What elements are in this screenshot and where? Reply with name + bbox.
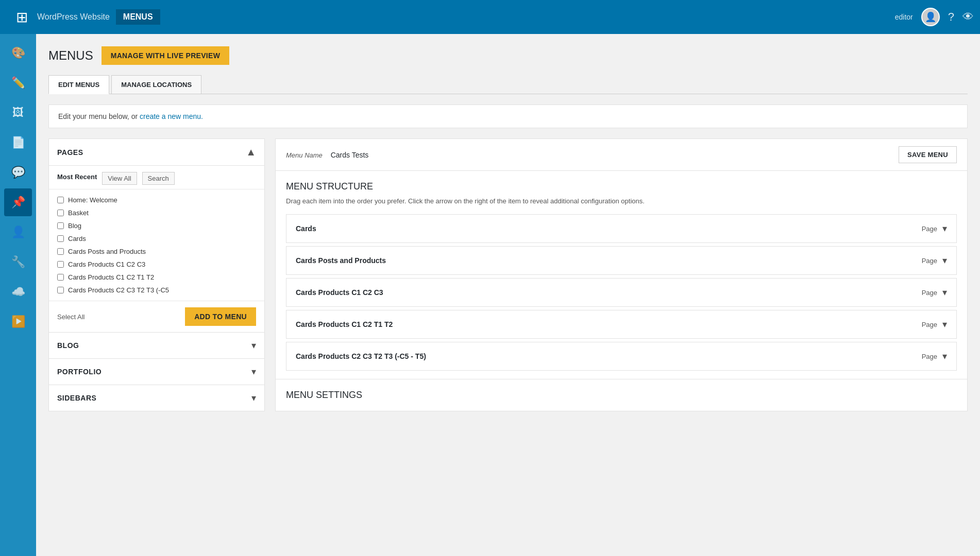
menu-item-label: Cards Products C1 C2 C3 xyxy=(296,288,383,297)
menu-item-label: Cards Posts and Products xyxy=(296,256,386,265)
content-columns: PAGES ▲ Most Recent View All Search Home… xyxy=(48,138,968,411)
sidebar-item-palette[interactable]: 🎨 xyxy=(4,39,32,67)
checkbox-home[interactable] xyxy=(57,197,64,203)
chevron-down-icon[interactable]: ▾ xyxy=(942,255,947,266)
select-all-link[interactable]: Select All xyxy=(57,313,85,321)
menu-structure-title: MENU STRUCTURE xyxy=(286,181,957,192)
menu-item-type: Page xyxy=(922,289,937,297)
tabs-bar: EDIT MENUS MANAGE LOCATIONS xyxy=(48,75,968,94)
portfolio-accordion-header[interactable]: PORTFOLIO ▾ xyxy=(49,359,264,385)
menu-settings-section: MENU SETTINGS xyxy=(276,379,967,411)
tab-manage-locations[interactable]: MANAGE LOCATIONS xyxy=(111,75,201,94)
menu-item-type: Page xyxy=(922,353,937,360)
main-content: MENUS MANAGE WITH LIVE PREVIEW EDIT MENU… xyxy=(36,34,980,556)
checkbox-blog[interactable] xyxy=(57,222,64,229)
blog-accordion: BLOG ▾ xyxy=(49,332,264,358)
menu-item[interactable]: Cards Posts and Products Page ▾ xyxy=(286,246,957,275)
checkbox-cards-c1c2c3[interactable] xyxy=(57,261,64,268)
page-header: MENUS MANAGE WITH LIVE PREVIEW xyxy=(48,46,968,65)
list-item[interactable]: Home: Welcome xyxy=(49,194,264,206)
page-title: MENUS xyxy=(48,48,93,63)
menu-item[interactable]: Cards Page ▾ xyxy=(286,214,957,243)
sidebar-item-cloud[interactable]: ☁️ xyxy=(4,278,32,306)
blog-accordion-header[interactable]: BLOG ▾ xyxy=(49,333,264,358)
menu-structure-section: MENU STRUCTURE Drag each item into the o… xyxy=(276,171,967,379)
live-preview-button[interactable]: MANAGE WITH LIVE PREVIEW xyxy=(102,46,230,65)
sidebar-item-pages[interactable]: 📄 xyxy=(4,129,32,157)
menu-item[interactable]: Cards Products C1 C2 T1 T2 Page ▾ xyxy=(286,310,957,339)
blog-title: BLOG xyxy=(57,341,79,350)
chevron-down-icon[interactable]: ▾ xyxy=(942,287,947,298)
tab-search[interactable]: Search xyxy=(142,172,175,185)
checkbox-cards[interactable] xyxy=(57,235,64,242)
preview-icon[interactable]: 👁 xyxy=(962,10,974,24)
blog-toggle-icon: ▾ xyxy=(251,340,256,351)
menu-item-type: Page xyxy=(922,321,937,328)
list-item[interactable]: Cards Products C1 C2 C3 xyxy=(49,258,264,271)
create-new-menu-link[interactable]: create a new menu. xyxy=(140,112,203,120)
chevron-down-icon[interactable]: ▾ xyxy=(942,319,947,330)
menu-name-value: Cards Tests xyxy=(331,151,369,159)
help-icon[interactable]: ? xyxy=(948,10,954,24)
pages-checkbox-list: Home: Welcome Basket Blog Cards Cards Po… xyxy=(49,189,264,301)
sidebar: 🎨 ✏️ 🖼 📄 💬 📌 👤 🔧 ☁️ ▶️ xyxy=(0,34,36,556)
list-item[interactable]: Cards Posts and Products xyxy=(49,245,264,258)
sidebar-item-edit[interactable]: ✏️ xyxy=(4,69,32,97)
menu-settings-title: MENU SETTINGS xyxy=(286,390,957,401)
sidebar-item-play[interactable]: ▶️ xyxy=(4,308,32,336)
sidebars-accordion: SIDEBARS ▾ xyxy=(49,385,264,411)
menu-item-type: Page xyxy=(922,257,937,265)
menu-name-group: Menu Name Cards Tests xyxy=(286,151,368,159)
chevron-down-icon[interactable]: ▾ xyxy=(942,351,947,362)
menu-item-label: Cards Products C1 C2 T1 T2 xyxy=(296,320,393,328)
menu-name-label: Menu Name xyxy=(286,151,323,159)
site-title: WordPress Website xyxy=(37,12,110,22)
checkbox-cards-posts[interactable] xyxy=(57,248,64,255)
sidebars-accordion-header[interactable]: SIDEBARS ▾ xyxy=(49,385,264,411)
add-to-menu-button[interactable]: ADD TO MENU xyxy=(185,307,256,326)
info-bar: Edit your menu below, or create a new me… xyxy=(48,105,968,128)
tab-edit-menus[interactable]: EDIT MENUS xyxy=(48,75,109,94)
tab-most-recent[interactable]: Most Recent xyxy=(57,172,97,185)
sidebar-item-media[interactable]: 🖼 xyxy=(4,99,32,127)
topbar-right: editor 👤 ? 👁 xyxy=(895,8,974,26)
wp-logo[interactable]: ⊞ xyxy=(6,0,37,34)
menu-item[interactable]: Cards Products C2 C3 T2 T3 (-C5 - T5) Pa… xyxy=(286,342,957,371)
checkbox-cards-c1c2t1t2[interactable] xyxy=(57,274,64,281)
menu-structure-hint: Drag each item into the order you prefer… xyxy=(286,197,957,205)
pages-panel-tabs: Most Recent View All Search xyxy=(49,166,264,189)
portfolio-toggle-icon: ▾ xyxy=(251,366,256,377)
topbar: ⊞ WordPress Website MENUS editor 👤 ? 👁 xyxy=(0,0,980,34)
left-panel: PAGES ▲ Most Recent View All Search Home… xyxy=(48,138,265,411)
menu-item-label: Cards Products C2 C3 T2 T3 (-C5 - T5) xyxy=(296,352,426,360)
list-item[interactable]: Blog xyxy=(49,219,264,232)
portfolio-title: PORTFOLIO xyxy=(57,368,102,376)
list-item[interactable]: Cards Products C2 C3 T2 T3 (-C5 xyxy=(49,284,264,297)
sidebar-item-menus[interactable]: 📌 xyxy=(4,188,32,216)
sidebar-item-comments[interactable]: 💬 xyxy=(4,159,32,186)
pages-panel-collapse-button[interactable]: ▲ xyxy=(246,146,256,158)
pages-panel-footer: Select All ADD TO MENU xyxy=(49,301,264,332)
save-menu-button[interactable]: SAVE MENU xyxy=(899,146,957,163)
pages-panel-header: PAGES ▲ xyxy=(49,139,264,166)
editor-label: editor xyxy=(895,13,913,21)
menu-item[interactable]: Cards Products C1 C2 C3 Page ▾ xyxy=(286,278,957,307)
sidebars-title: SIDEBARS xyxy=(57,394,96,402)
menu-name-bar: Menu Name Cards Tests SAVE MENU xyxy=(276,139,967,171)
checkbox-basket[interactable] xyxy=(57,210,64,216)
sidebar-item-users[interactable]: 👤 xyxy=(4,218,32,246)
list-item[interactable]: Cards xyxy=(49,232,264,245)
list-item[interactable]: Cards Products C1 C2 T1 T2 xyxy=(49,271,264,284)
right-panel: Menu Name Cards Tests SAVE MENU MENU STR… xyxy=(275,138,968,411)
pages-panel-title: PAGES xyxy=(57,148,83,157)
topbar-menus-label[interactable]: MENUS xyxy=(116,9,160,25)
menu-item-label: Cards xyxy=(296,224,316,233)
sidebar-item-settings[interactable]: 🔧 xyxy=(4,248,32,276)
menu-item-type: Page xyxy=(922,225,937,233)
avatar[interactable]: 👤 xyxy=(921,8,940,26)
tab-view-all[interactable]: View All xyxy=(102,172,137,185)
list-item[interactable]: Basket xyxy=(49,206,264,219)
portfolio-accordion: PORTFOLIO ▾ xyxy=(49,358,264,385)
checkbox-cards-c2c3[interactable] xyxy=(57,287,64,293)
chevron-down-icon[interactable]: ▾ xyxy=(942,223,947,234)
